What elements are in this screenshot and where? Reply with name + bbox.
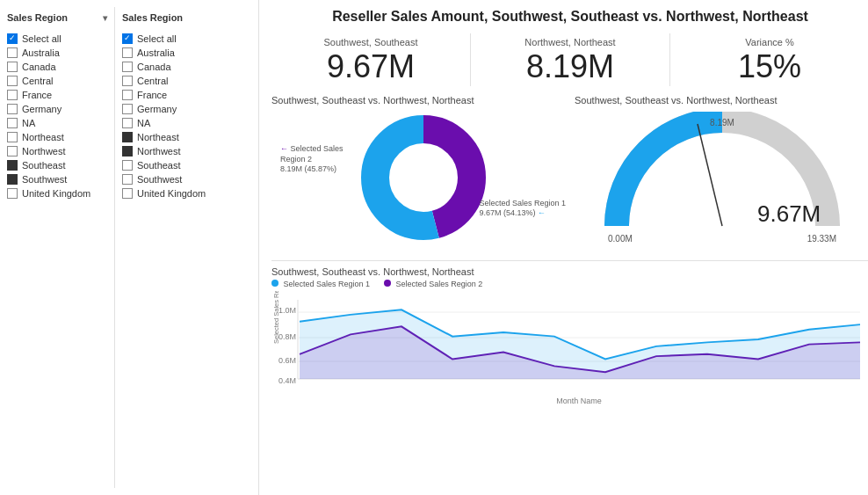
filter-item-label: Australia [22,47,60,58]
checkbox[interactable] [7,104,18,114]
charts-row: Southwest, Southeast vs. Northwest, Nort… [271,95,868,253]
checkbox[interactable] [7,174,18,185]
filter-item-label: Central [137,76,168,86]
filter-item[interactable]: Australia [122,46,221,60]
gauge-right-text: 19.33M [807,234,835,244]
x-axis-title: Month Name [556,397,602,405]
donut-chart: Southwest, Southeast vs. Northwest, Nort… [271,95,566,253]
filter-item[interactable]: Australia [7,46,107,60]
line-chart-svg: Selected Sales Region 1 and Sele... 1.0M… [271,291,868,405]
filter-dropdown-icon-1[interactable]: ▾ [103,13,107,23]
filter-item[interactable]: Northeast [7,130,107,144]
checkbox[interactable] [122,132,133,142]
filter-item-label: NA [137,118,150,128]
y-tick-3: 0.6M [278,356,296,365]
filter-item[interactable]: Southeast [7,158,107,172]
checkbox[interactable] [7,132,18,142]
gauge-chart: Southwest, Southeast vs. Northwest, Nort… [575,95,868,253]
checkbox[interactable] [122,90,133,100]
filter-header-label-2: Sales Region [122,12,183,23]
filter-item-label: Canada [137,62,171,72]
checkbox[interactable] [7,188,18,199]
checkbox[interactable] [7,146,18,157]
filter-item-label: Germany [22,104,61,114]
filter-item[interactable]: France [7,88,107,102]
checkbox[interactable] [122,160,133,171]
y-tick-4: 0.4M [278,376,296,385]
kpi-label-3: Variance % [679,37,860,47]
filter-item-label: Southeast [137,160,181,171]
filter-item[interactable]: Select all [7,32,107,46]
y-tick-2: 0.8M [278,332,296,341]
filter-item[interactable]: Central [122,74,221,88]
checkbox[interactable] [7,33,18,44]
filter-item-label: Northwest [22,146,66,157]
filter-item[interactable]: NA [122,116,221,130]
filter-header-2: Sales Region [122,12,221,26]
filter-item[interactable]: Southwest [122,172,221,186]
filter-item-label: Australia [137,47,175,58]
gauge-needle [698,124,722,226]
gauge-value-text: 9.67M [757,200,821,227]
filter-item[interactable]: Germany [7,102,107,116]
filter-header-1: Sales Region ▾ [7,12,107,26]
checkbox[interactable] [7,47,18,58]
gauge-title: Southwest, Southeast vs. Northwest, Nort… [575,95,868,106]
filter-item-label: United Kingdom [22,188,90,199]
filter-item[interactable]: Northwest [122,144,221,158]
filter-item[interactable]: United Kingdom [7,186,107,200]
filter-item-label: Northwest [137,146,181,157]
gauge-wrapper: 8.19M 0.00M 19.33M 9.67M [575,109,868,245]
legend-label-2: Selected Sales Region 2 [396,280,483,288]
gauge-svg: 8.19M 0.00M 19.33M 9.67M [599,112,845,244]
checkbox[interactable] [122,118,133,128]
checkbox[interactable] [122,47,133,58]
checkbox[interactable] [122,174,133,185]
filter-item[interactable]: France [122,88,221,102]
checkbox[interactable] [122,104,133,114]
kpi-card-1: Southwest, Southeast 9.67M [271,33,470,86]
filter-column-2: Sales Region Select allAustraliaCanadaCe… [114,7,228,488]
kpi-card-2: Northwest, Northeast 8.19M [470,33,669,86]
filter-item[interactable]: United Kingdom [122,186,221,200]
checkbox[interactable] [7,62,18,72]
checkbox[interactable] [122,188,133,199]
kpi-card-3: Variance % 15% [669,33,868,86]
y-tick-1: 1.0M [278,306,296,315]
checkbox[interactable] [7,118,18,128]
filter-item[interactable]: Southeast [122,158,221,172]
filter-item[interactable]: Central [7,74,107,88]
filter-item-label: Southeast [22,160,66,171]
filter-item[interactable]: Southwest [7,172,107,186]
filter-item[interactable]: Germany [122,102,221,116]
filter-item[interactable]: Northwest [7,144,107,158]
checkbox[interactable] [7,76,18,86]
filter-item-label: Select all [22,33,61,44]
filter-item-label: Central [22,76,53,86]
legend-label-1: Selected Sales Region 1 [284,280,371,288]
checkbox[interactable] [122,62,133,72]
filter-item-label: NA [22,118,35,128]
filter-column-1: Sales Region ▾ Select allAustraliaCanada… [0,7,114,488]
line-chart-title: Southwest, Southeast vs. Northwest, Nort… [271,266,868,277]
checkbox[interactable] [122,146,133,157]
line-legend: Selected Sales Region 1 Selected Sales R… [271,280,868,288]
kpi-row: Southwest, Southeast 9.67M Northwest, No… [271,33,868,86]
filter-item[interactable]: Select all [122,32,221,46]
checkbox[interactable] [122,33,133,44]
filter-item-label: France [22,90,52,100]
filter-item[interactable]: Northeast [122,130,221,144]
filter-item-label: Germany [137,104,177,114]
filter-item[interactable]: NA [7,116,107,130]
filter-item-label: France [137,90,167,100]
checkbox[interactable] [7,160,18,171]
filter-item[interactable]: Canada [122,60,221,74]
filter-item[interactable]: Canada [7,60,107,74]
legend-item-1: Selected Sales Region 1 [271,280,370,288]
legend-dot-1 [271,280,278,287]
filter-item-label: United Kingdom [137,188,206,199]
kpi-value-1: 9.67M [280,51,461,83]
checkbox[interactable] [7,90,18,100]
checkbox[interactable] [122,76,133,86]
gauge-fill-arc [617,120,722,226]
